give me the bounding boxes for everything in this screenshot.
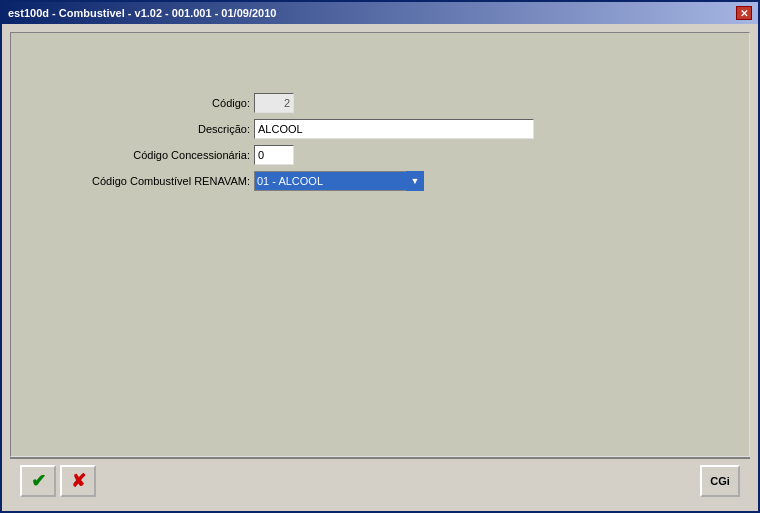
codigo-row: Código: xyxy=(90,93,670,113)
form-area: Código: Descrição: Código Concessionária… xyxy=(90,93,670,191)
window-body: Código: Descrição: Código Concessionária… xyxy=(2,24,758,511)
renavam-select[interactable]: 01 - ALCOOL 02 - GASOLINA 03 - DIESEL 04… xyxy=(254,171,424,191)
descricao-row: Descrição: xyxy=(90,119,670,139)
descricao-label: Descrição: xyxy=(90,123,250,135)
cgi-button[interactable]: CGi xyxy=(700,465,740,497)
main-content: Código: Descrição: Código Concessionária… xyxy=(10,32,750,457)
codigo-input[interactable] xyxy=(254,93,294,113)
footer-left: ✔ ✘ xyxy=(20,465,96,497)
cod-conc-label: Código Concessionária: xyxy=(90,149,250,161)
main-window: est100d - Combustivel - v1.02 - 001.001 … xyxy=(0,0,760,513)
cod-renavam-label: Código Combustível RENAVAM: xyxy=(90,175,250,187)
title-bar: est100d - Combustivel - v1.02 - 001.001 … xyxy=(2,2,758,24)
footer: ✔ ✘ CGi xyxy=(10,457,750,503)
cgi-label: CGi xyxy=(710,475,730,487)
cod-renavam-row: Código Combustível RENAVAM: 01 - ALCOOL … xyxy=(90,171,670,191)
renavam-select-wrapper: 01 - ALCOOL 02 - GASOLINA 03 - DIESEL 04… xyxy=(254,171,424,191)
check-icon: ✔ xyxy=(31,470,46,492)
codigo-label: Código: xyxy=(90,97,250,109)
x-icon: ✘ xyxy=(71,470,86,492)
cod-conc-input[interactable] xyxy=(254,145,294,165)
close-button[interactable]: ✕ xyxy=(736,6,752,20)
cod-conc-row: Código Concessionária: xyxy=(90,145,670,165)
descricao-input[interactable] xyxy=(254,119,534,139)
window-title: est100d - Combustivel - v1.02 - 001.001 … xyxy=(8,7,276,19)
ok-button[interactable]: ✔ xyxy=(20,465,56,497)
cancel-button[interactable]: ✘ xyxy=(60,465,96,497)
